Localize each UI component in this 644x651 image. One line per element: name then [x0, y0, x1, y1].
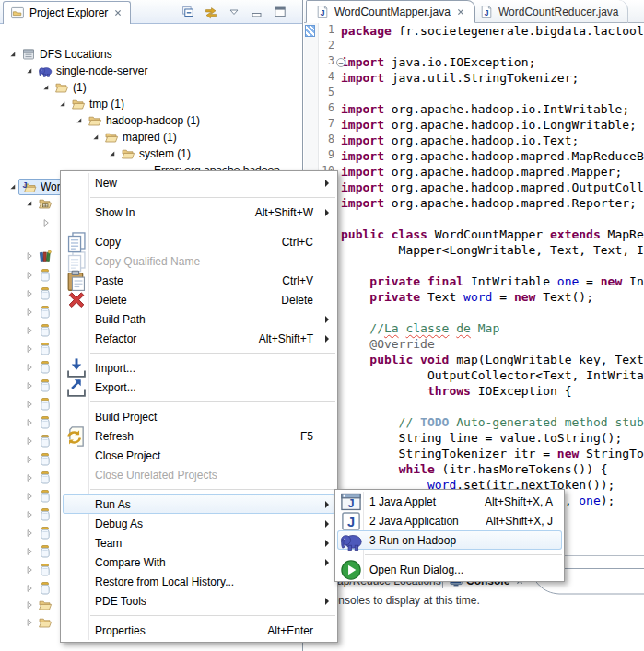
menu-item-export[interactable]: Export... [63, 378, 335, 397]
menu-item-run-as[interactable]: Run As [63, 494, 335, 514]
tree-collapsed-arrow-icon[interactable] [24, 617, 35, 628]
tree-collapsed-arrow-icon[interactable] [24, 343, 35, 355]
tree-collapsed-arrow-icon[interactable] [24, 454, 35, 465]
tree-item[interactable] [35, 543, 55, 560]
maximize-icon[interactable] [273, 5, 287, 19]
tree-item[interactable] [35, 341, 55, 357]
menu-item-show-in[interactable]: Show InAlt+Shift+W [63, 203, 335, 222]
tree-expanded-arrow-icon[interactable] [57, 99, 68, 110]
close-view-icon[interactable] [112, 7, 123, 18]
tree-expanded-arrow-icon[interactable] [7, 49, 18, 60]
tree-collapsed-arrow-icon[interactable] [24, 270, 35, 281]
project-explorer-tab[interactable]: Project Explorer [3, 1, 131, 24]
tree-collapsed-arrow-icon[interactable] [24, 399, 35, 410]
tree-item[interactable] [35, 525, 55, 541]
tree-collapsed-arrow-icon[interactable] [24, 380, 35, 391]
tree-collapsed-arrow-icon[interactable] [24, 250, 35, 262]
menu-item-restore-from-local-history[interactable]: Restore from Local History... [63, 572, 335, 591]
link-with-editor-icon[interactable] [204, 5, 218, 19]
tree-item[interactable]: (1) [52, 79, 89, 96]
tree-expanded-arrow-icon[interactable] [41, 82, 52, 93]
menu-item-close-project[interactable]: Close Project [63, 446, 335, 465]
close-tab-icon[interactable] [455, 6, 466, 17]
menu-item-2-java-application[interactable]: J2 Java ApplicationAlt+Shift+X, J [337, 511, 562, 530]
tree-item[interactable] [35, 614, 55, 631]
tree-item[interactable] [35, 451, 55, 468]
view-menu-icon[interactable] [227, 5, 241, 19]
tree-collapsed-arrow-icon[interactable] [24, 417, 35, 428]
tree-item[interactable] [52, 215, 57, 231]
collapse-all-icon[interactable] [181, 5, 195, 19]
tree-item[interactable] [35, 506, 55, 523]
tree-collapsed-arrow-icon[interactable] [24, 583, 35, 594]
menu-item-pde-tools[interactable]: PDE Tools [63, 591, 335, 610]
menu-item-1-java-applet[interactable]: J1 Java AppletAlt+Shift+X, A [337, 492, 562, 511]
tree-expanded-arrow-icon[interactable] [7, 181, 18, 192]
tree-collapsed-arrow-icon[interactable] [24, 472, 35, 483]
tree-collapsed-arrow-icon[interactable] [24, 546, 35, 557]
tree-row-1[interactable]: (1) [0, 79, 302, 96]
menu-item-debug-as[interactable]: Debug As [63, 514, 335, 533]
menu-item-3-run-on-hadoop[interactable]: 3 Run on Hadoop [337, 530, 562, 550]
tree-item[interactable] [35, 470, 55, 486]
tree-item[interactable] [35, 396, 55, 413]
tree-collapsed-arrow-icon[interactable] [24, 436, 35, 447]
tree-collapsed-arrow-icon[interactable] [24, 599, 35, 610]
tree-collapsed-arrow-icon[interactable] [24, 288, 35, 299]
tree-row-dfs-locations[interactable]: DFS Locations [0, 46, 302, 63]
tree-item[interactable] [35, 597, 55, 613]
tree-expanded-arrow-icon[interactable] [74, 115, 85, 126]
tree-item[interactable] [35, 488, 55, 505]
tree-row-hadoop-hadoop-1[interactable]: hadoop-hadoop (1) [0, 112, 302, 129]
tree-row-single-node-server[interactable]: single-node-server [0, 63, 302, 79]
menu-item-build-path[interactable]: Build Path [63, 309, 335, 329]
tree-expanded-arrow-icon[interactable] [24, 198, 35, 209]
tree-item[interactable] [35, 414, 55, 431]
menu-item-new[interactable]: New [63, 173, 335, 192]
menu-item-delete[interactable]: DeleteDelete [63, 290, 335, 309]
editor-tab-wordcountmapper-java[interactable]: JWordCountMapper.java [306, 0, 475, 23]
menu-item-refactor[interactable]: RefactorAlt+Shift+T [63, 329, 335, 348]
tree-row-mapred-1[interactable]: mapred (1) [0, 129, 302, 145]
tree-item[interactable] [35, 580, 55, 597]
menu-item-import[interactable]: Import... [63, 358, 335, 378]
tree-collapsed-arrow-icon[interactable] [24, 325, 35, 336]
menu-item-refresh[interactable]: RefreshF5 [63, 426, 335, 446]
tree-item[interactable]: DFS Locations [18, 46, 115, 63]
menu-item-team[interactable]: Team [63, 533, 335, 552]
tree-expanded-arrow-icon[interactable] [24, 65, 35, 76]
menu-item-properties[interactable]: PropertiesAlt+Enter [63, 621, 335, 640]
tree-item[interactable]: tmp (1) [68, 96, 127, 112]
tree-collapsed-arrow-icon[interactable] [24, 528, 35, 539]
tree-collapsed-arrow-icon[interactable] [24, 509, 35, 520]
tree-item[interactable] [35, 359, 55, 376]
tree-item[interactable]: mapred (1) [101, 129, 180, 145]
tree-item[interactable] [35, 562, 55, 578]
tree-expanded-arrow-icon[interactable] [107, 148, 118, 159]
code-editor[interactable]: package fr.societegenerale.bigdata.lacto… [341, 0, 644, 555]
menu-item-open-run-dialog[interactable]: Open Run Dialog... [337, 560, 562, 579]
tree-item[interactable] [35, 304, 55, 320]
fold-collapse-icon[interactable]: − [336, 58, 345, 67]
menu-item-compare-with[interactable]: Compare With [63, 552, 335, 572]
tree-item[interactable] [35, 285, 55, 302]
minimize-icon[interactable] [250, 5, 264, 19]
tree-item[interactable]: hadoop-hadoop (1) [85, 112, 203, 129]
tree-item[interactable]: system (1) [118, 145, 193, 162]
tree-collapsed-arrow-icon[interactable] [24, 491, 35, 502]
menu-item-paste[interactable]: PasteCtrl+V [63, 271, 335, 290]
tree-collapsed-arrow-icon[interactable] [24, 564, 35, 575]
tree-row-system-1[interactable]: system (1) [0, 145, 302, 162]
tree-item[interactable] [35, 322, 55, 339]
tree-item[interactable] [35, 195, 55, 212]
tree-item[interactable]: single-node-server [35, 63, 150, 79]
tree-item[interactable] [35, 433, 55, 449]
tree-item[interactable] [35, 248, 55, 264]
menu-item-build-project[interactable]: Build Project [63, 407, 335, 426]
tree-item[interactable] [35, 267, 55, 284]
tree-collapsed-arrow-icon[interactable] [41, 217, 52, 228]
tree-row-tmp-1[interactable]: tmp (1) [0, 96, 302, 112]
tree-collapsed-arrow-icon[interactable] [24, 307, 35, 318]
tree-item[interactable] [35, 378, 55, 394]
menu-item-copy[interactable]: CopyCtrl+C [63, 232, 335, 251]
